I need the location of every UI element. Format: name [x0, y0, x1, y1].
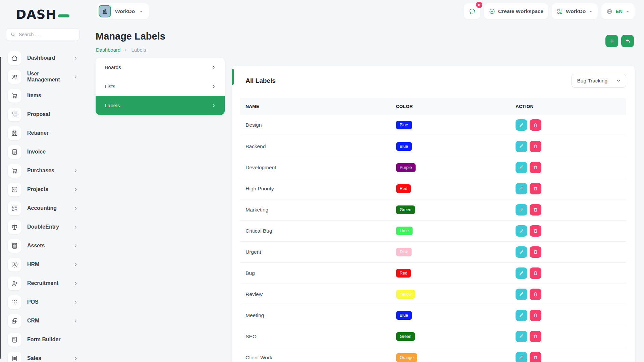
create-workspace-button[interactable]: Create Workspace — [484, 3, 548, 19]
cart-icon — [8, 164, 21, 178]
chevron-down-icon — [139, 9, 144, 14]
delete-label-button[interactable] — [530, 267, 541, 279]
sidebar-item-label: Items — [27, 93, 78, 99]
sidebar-search — [6, 28, 79, 41]
color-badge: Green — [396, 205, 415, 214]
column-header-action: ACTION — [510, 98, 626, 115]
delete-label-button[interactable] — [530, 310, 541, 321]
label-name: Critical Bug — [240, 220, 391, 241]
edit-label-button[interactable] — [516, 310, 527, 321]
sidebar-item-label: HRM — [27, 261, 73, 267]
project-filter-dropdown[interactable]: Bug Tracking — [572, 74, 626, 87]
delete-label-button[interactable] — [530, 183, 541, 194]
edit-label-button[interactable] — [516, 183, 527, 194]
sidebar-item-form-builder[interactable]: Form Builder — [8, 330, 78, 349]
edit-label-button[interactable] — [516, 204, 527, 216]
project-filter-value: Bug Tracking — [577, 78, 607, 84]
add-label-button[interactable] — [605, 35, 618, 47]
edit-label-button[interactable] — [516, 352, 527, 362]
chevron-right-icon — [73, 74, 78, 79]
table-row: BackendBlue — [240, 136, 626, 157]
sidebar-item-label: Invoice — [27, 149, 78, 155]
edit-label-button[interactable] — [516, 331, 527, 342]
workspace-building-icon — [99, 5, 111, 17]
submenu-item-boards[interactable]: Boards — [96, 58, 225, 77]
project-submenu: BoardsListsLabels — [96, 58, 225, 115]
submenu-item-labels[interactable]: Labels — [96, 96, 225, 115]
sidebar-item-user-management[interactable]: User Management — [8, 67, 78, 86]
delete-label-button[interactable] — [530, 352, 541, 362]
workspace-switcher[interactable]: WorkDo — [97, 3, 149, 19]
chevron-right-icon — [73, 187, 78, 192]
delete-label-button[interactable] — [530, 331, 541, 342]
edit-label-button[interactable] — [516, 246, 527, 258]
language-code: EN — [615, 8, 623, 14]
sidebar-item-retainer[interactable]: Retainer — [8, 124, 78, 142]
color-badge: Blue — [396, 311, 412, 320]
sidebar-item-projects[interactable]: Projects — [8, 180, 78, 199]
delete-label-button[interactable] — [530, 289, 541, 300]
search-input[interactable] — [19, 32, 75, 37]
sidebar-item-items[interactable]: Items — [8, 86, 78, 105]
label-name: Meeting — [240, 305, 391, 326]
label-name: Urgent — [240, 241, 391, 262]
edit-label-button[interactable] — [516, 162, 527, 173]
edit-label-button[interactable] — [516, 267, 527, 279]
sidebar-menu: DashboardUser ManagementItemsProposalRet… — [0, 49, 86, 362]
sidebar-item-hrm[interactable]: HRM — [8, 255, 78, 274]
undo-arrow-icon — [625, 38, 631, 44]
language-dropdown[interactable]: EN — [601, 3, 635, 19]
table-row: MeetingBlue — [240, 305, 626, 326]
delete-label-button[interactable] — [530, 204, 541, 216]
create-workspace-label: Create Workspace — [498, 8, 543, 14]
sidebar-item-invoice[interactable]: Invoice — [8, 142, 78, 161]
delete-label-button[interactable] — [530, 119, 541, 131]
chevron-right-icon — [73, 206, 78, 211]
label-name: Client Work — [240, 347, 391, 362]
sidebar-item-proposal[interactable]: Proposal — [8, 105, 78, 124]
delete-label-button[interactable] — [530, 246, 541, 258]
sidebar-item-sales[interactable]: Sales — [8, 349, 78, 362]
sidebar-item-accounting[interactable]: Accounting — [8, 199, 78, 218]
label-name: SEO — [240, 326, 391, 347]
labels-card: All Labels Bug Tracking NAMECOLORACTION … — [232, 66, 635, 362]
edit-label-button[interactable] — [516, 119, 527, 131]
delete-label-button[interactable] — [530, 162, 541, 173]
sidebar-item-label: Accounting — [27, 205, 73, 211]
sidebar-item-assets[interactable]: Assets — [8, 236, 78, 255]
breadcrumb: Dashboard Labels — [96, 47, 146, 53]
edit-label-button[interactable] — [516, 289, 527, 300]
delete-label-button[interactable] — [530, 141, 541, 152]
chevron-right-icon — [73, 243, 78, 248]
sidebar-item-label: Dashboard — [27, 55, 73, 61]
color-badge: Red — [396, 184, 411, 193]
sidebar-item-doubleentry[interactable]: DoubleEntry — [8, 218, 78, 236]
sidebar-item-label: Recruitment — [27, 280, 73, 286]
chevron-right-icon — [73, 56, 78, 61]
edit-label-button[interactable] — [516, 141, 527, 152]
breadcrumb-dashboard-link[interactable]: Dashboard — [96, 47, 120, 53]
color-badge: Orange — [396, 353, 418, 362]
brand-logo[interactable]: DASH — [0, 0, 86, 22]
back-button[interactable] — [621, 35, 634, 47]
sidebar-item-recruitment[interactable]: Recruitment — [8, 274, 78, 293]
edit-label-button[interactable] — [516, 225, 527, 237]
chat-icon — [469, 8, 476, 15]
scale-icon — [8, 220, 21, 234]
sidebar-scrollbar[interactable] — [0, 57, 1, 359]
messenger-button[interactable]: 0 — [464, 3, 480, 19]
invoice-icon — [8, 145, 21, 159]
delete-label-button[interactable] — [530, 225, 541, 237]
label-name: Bug — [240, 262, 391, 284]
chevron-down-icon — [588, 9, 593, 14]
sidebar-item-dashboard[interactable]: Dashboard — [8, 49, 78, 67]
submenu-item-lists[interactable]: Lists — [96, 77, 225, 96]
app-switcher-dropdown[interactable]: WorkDo — [552, 3, 598, 19]
save-icon — [8, 126, 21, 140]
color-badge: Blue — [396, 142, 412, 151]
sidebar-item-purchases[interactable]: Purchases — [8, 161, 78, 180]
sidebar-item-pos[interactable]: POS — [8, 293, 78, 311]
chevron-right-icon — [73, 168, 78, 173]
check-square-icon — [8, 183, 21, 196]
sidebar-item-crm[interactable]: CRM — [8, 311, 78, 330]
